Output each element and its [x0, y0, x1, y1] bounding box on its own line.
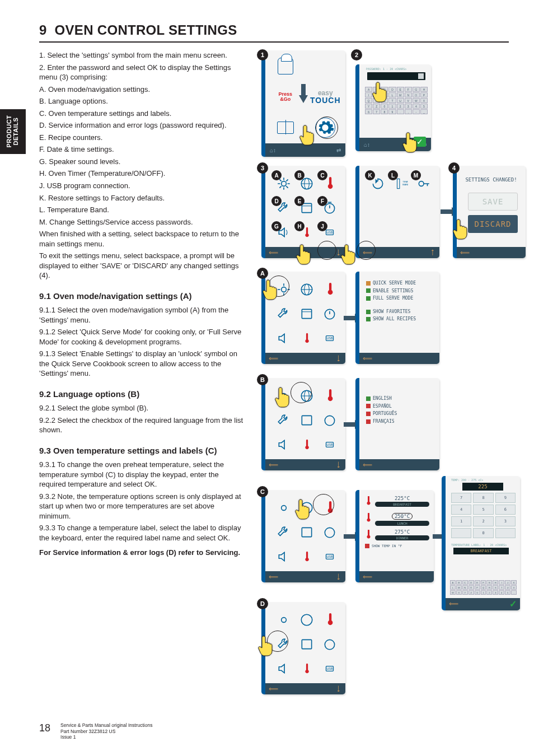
temp-row-3[interactable]: 275°CDINNER [365, 529, 429, 540]
on-screen-keyboard[interactable]: ABCDEFGHIJK LMNOPQRSTUV WXYZ012345. [450, 580, 517, 595]
p-931: 9.3.1 To change the oven preheat tempera… [39, 460, 243, 489]
badge-a-row: A [257, 268, 268, 279]
temp-row-2[interactable]: 250°CLUNCH [365, 510, 429, 526]
p-932: 9.3.2 Note, the temperature options scre… [39, 492, 243, 521]
discard-button[interactable]: DISCARD [468, 215, 518, 233]
up-icon[interactable]: ⭡ [429, 249, 436, 256]
section-number: 9 [39, 22, 47, 38]
opt-all-recipes[interactable]: SHOW ALL RECIPES [366, 315, 436, 323]
callout-circle [357, 241, 376, 260]
p-911: 9.1.1 Select the oven mode/navigation sy… [39, 305, 243, 325]
footer-l3: Issue 1 [60, 734, 152, 740]
back-icon[interactable]: ⟸ [460, 249, 470, 256]
side-tab-l1: PRODUCT [6, 115, 12, 148]
svg-point-56 [325, 640, 334, 650]
p-913: 9.1.3 Select 'Enable Settings' to displa… [39, 349, 243, 379]
opt-enable-settings[interactable]: ENABLE SETTINGS [366, 287, 436, 295]
p-933: 9.3.3 To change a temperature label, sel… [39, 523, 243, 543]
pointer-icon [258, 635, 277, 657]
badge-b-row: B [257, 374, 268, 385]
timer-icon[interactable] [322, 306, 337, 321]
svg-line-8 [286, 179, 288, 181]
password-field[interactable] [367, 72, 425, 80]
show-temp-f[interactable]: SHOW TEMP IN °F [365, 544, 429, 548]
usb-icon[interactable]: USB [322, 331, 337, 346]
easytouch-logo: easyTOUCH [306, 81, 346, 112]
back-icon[interactable]: ⟸ [269, 249, 278, 256]
section-title-text: OVEN CONTROL SETTINGS [55, 22, 237, 38]
p-m: M. Change Settings/Service access passwo… [39, 217, 243, 227]
badge-4: 4 [448, 162, 460, 174]
settings-changed-label: SETTINGS CHANGED! [457, 177, 526, 183]
opt-quick-serve[interactable]: QUICK SERVE MODE [366, 279, 436, 287]
p-h: H. Oven Timer (Temperature/ON/OFF). [39, 169, 243, 179]
pointer-icon [263, 279, 282, 301]
password-label: PASSWORD: 1 - 20 <CHARS> [366, 67, 428, 71]
h-91: 9.1 Oven mode/navigation settings (A) [39, 291, 243, 302]
lang-portugues[interactable]: PORTUGUÊS [366, 410, 436, 418]
temp-label-field[interactable]: BREAKFAST [453, 548, 509, 554]
pointer-icon [372, 81, 391, 104]
badge-h: H [294, 221, 305, 231]
opt-favorites[interactable]: SHOW FAVORITES [366, 308, 436, 316]
p-f: F. Date & time settings. [39, 144, 243, 155]
side-tab-l2: DETAILS [12, 118, 19, 146]
temp-small-icon[interactable] [299, 331, 314, 346]
globe-icon[interactable] [299, 282, 314, 297]
svg-line-6 [286, 186, 288, 188]
screen-temp-entry: TEMP: 200 - 275 <C> 225 789 456 123 0 TE… [442, 476, 520, 610]
screen-mode-options: QUICK SERVE MODE ENABLE SETTINGS FULL SE… [355, 272, 439, 364]
p-e: E. Recipe counters. [39, 133, 243, 143]
svg-point-47 [281, 505, 286, 510]
p-exit: To exit the settings menu, select backsp… [39, 251, 243, 281]
svg-point-53 [281, 617, 286, 622]
temp-row-1[interactable]: 225°CBREAKFAST [365, 496, 429, 507]
badge-l: L [388, 170, 398, 180]
badge-e: E [294, 196, 305, 206]
pointer-icon [402, 132, 421, 154]
temp-entry-field[interactable]: 225 [462, 483, 503, 491]
p-d: D. Service information and error logs (p… [39, 120, 243, 130]
callout-circle [316, 116, 338, 139]
svg-rect-43 [302, 416, 311, 425]
p-svc: For Service information & error logs (D)… [39, 548, 243, 558]
bottom-bar: ⟸ [359, 353, 439, 364]
svg-rect-55 [302, 640, 311, 649]
svg-point-44 [325, 416, 334, 426]
save-button[interactable]: SAVE [468, 193, 518, 211]
badge-m: M [411, 170, 421, 180]
lang-english[interactable]: ENGLISH [366, 395, 436, 403]
bottom-bar: ⟸⭣ [265, 353, 345, 364]
svg-text:USB: USB [326, 667, 333, 670]
p-b: B. Language options. [39, 96, 243, 106]
page-number: 18 [39, 722, 50, 734]
pointer-icon [296, 244, 315, 266]
svg-line-5 [279, 179, 281, 181]
p-back: When finished with a setting, select bac… [39, 229, 243, 249]
lang-francais[interactable]: FRANÇAIS [366, 418, 436, 426]
speaker-icon[interactable] [277, 331, 291, 346]
wrench-icon[interactable] [277, 306, 291, 321]
page-footer: 18 Service & Parts Manual original Instr… [39, 722, 152, 740]
badge-c: C [317, 170, 327, 180]
svg-point-50 [325, 528, 334, 538]
opt-full-serve[interactable]: FULL SERVE MODE [366, 295, 436, 302]
badge-b: B [294, 170, 305, 180]
body-text-column: 1. Select the 'settings' symbol from the… [39, 50, 243, 559]
arrow-down-icon [299, 84, 308, 103]
p-g: G. Speaker sound levels. [39, 157, 243, 167]
calendar-icon[interactable] [299, 306, 314, 321]
numeric-keypad[interactable]: 789 456 123 0 [451, 493, 516, 538]
badge-1: 1 [257, 49, 268, 60]
backspace-key-icon[interactable] [418, 73, 424, 79]
p-c: C. Oven temperature settings and labels. [39, 109, 243, 119]
thermometer-icon[interactable] [322, 282, 337, 297]
badge-g: G [271, 221, 282, 231]
p-a: A. Oven mode/navigation settings. [39, 85, 243, 95]
temp-label-hdr: TEMPERATURE LABEL: 1 - 20 <CHARS> [451, 543, 516, 547]
badge-2: 2 [351, 49, 362, 60]
lang-espanol[interactable]: ESPAÑOL [366, 403, 436, 410]
p-l: L. Temperature Band. [39, 205, 243, 215]
p-j: J. USB program connection. [39, 181, 243, 191]
footer-l1: Service & Parts Manual original Instruct… [60, 722, 152, 729]
